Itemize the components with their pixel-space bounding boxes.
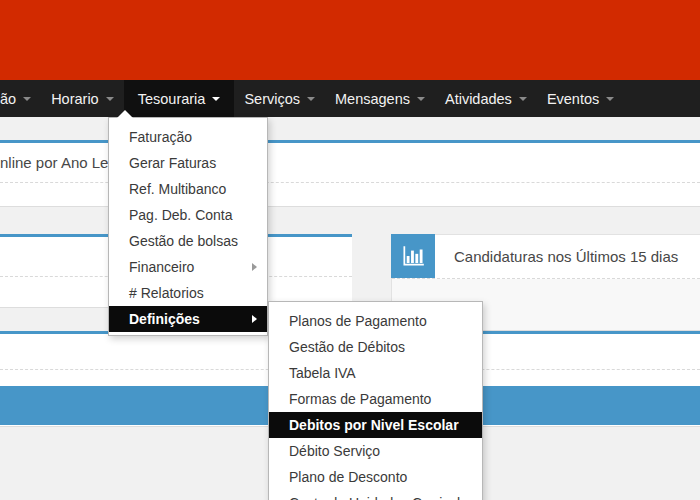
submenu-item-tabela-iva[interactable]: Tabela IVA [269, 360, 482, 386]
panel-title: nline por Ano Let [0, 154, 113, 171]
menu-item-gerar-faturas[interactable]: Gerar Faturas [109, 150, 267, 176]
menu-item-label: Tabela IVA [289, 365, 356, 381]
panel-header: nline por Ano Let [0, 143, 700, 183]
chevron-down-icon [519, 97, 527, 101]
menu-item-label: Debitos por Nivel Escolar [289, 417, 459, 433]
menu-item-label: Financeiro [129, 259, 194, 275]
chevron-down-icon [417, 97, 425, 101]
submenu-item-formas-de-pagamento[interactable]: Formas de Pagamento [269, 386, 482, 412]
nav-item-eventos[interactable]: Eventos [537, 80, 624, 117]
bar-chart-icon [391, 234, 435, 278]
nav-item-label: ão [0, 91, 16, 107]
menu-item-relatorios[interactable]: # Relatorios [109, 280, 267, 306]
menu-item-faturacao[interactable]: Faturação [109, 124, 267, 150]
menu-item-label: Plano de Desconto [289, 469, 407, 485]
nav-item-label: Tesouraria [138, 91, 206, 107]
submenu-item-planos-de-pagamento[interactable]: Planos de Pagamento [269, 308, 482, 334]
nav-item-label: Eventos [547, 91, 599, 107]
definicoes-submenu: Planos de Pagamento Gestão de Débitos Ta… [268, 301, 483, 500]
menu-item-label: Débito Serviço [289, 443, 380, 459]
menu-item-definicoes[interactable]: Definições [109, 306, 267, 332]
nav-item-label: Atividades [445, 91, 512, 107]
nav-item-servicos[interactable]: Serviços [234, 80, 325, 117]
nav-item-tesouraria[interactable]: Tesouraria [124, 80, 235, 117]
nav-item-label: Horario [51, 91, 99, 107]
submenu-item-gestao-de-debitos[interactable]: Gestão de Débitos [269, 334, 482, 360]
chevron-down-icon [23, 97, 31, 101]
main-navbar: ão Horario Tesouraria Serviços Mensagens… [0, 80, 700, 117]
menu-item-label: # Relatorios [129, 285, 204, 301]
chevron-down-icon [212, 97, 220, 101]
submenu-item-custo-de-unidades-curriculares[interactable]: Custo de Unidades Curriculares [269, 490, 482, 500]
menu-item-label: Planos de Pagamento [289, 313, 427, 329]
menu-item-label: Gestão de bolsas [129, 233, 238, 249]
menu-item-label: Custo de Unidades Curriculares [289, 495, 482, 500]
nav-item-mensagens[interactable]: Mensagens [325, 80, 435, 117]
nav-item-label: Serviços [244, 91, 300, 107]
panel-candidaturas-online: nline por Ano Let [0, 140, 700, 207]
nav-item-label: Mensagens [335, 91, 410, 107]
chevron-right-icon [252, 263, 257, 271]
nav-item-gestao[interactable]: ão [0, 80, 41, 117]
menu-item-label: Definições [129, 311, 200, 327]
menu-item-pag-deb-conta[interactable]: Pag. Deb. Conta [109, 202, 267, 228]
chevron-right-icon [252, 315, 257, 323]
app-header [0, 0, 700, 80]
menu-item-label: Faturação [129, 129, 192, 145]
menu-item-financeiro[interactable]: Financeiro [109, 254, 267, 280]
menu-item-ref-multibanco[interactable]: Ref. Multibanco [109, 176, 267, 202]
menu-item-label: Formas de Pagamento [289, 391, 431, 407]
menu-item-label: Gerar Faturas [129, 155, 216, 171]
chevron-down-icon [307, 97, 315, 101]
chevron-down-icon [606, 97, 614, 101]
menu-item-gestao-de-bolsas[interactable]: Gestão de bolsas [109, 228, 267, 254]
submenu-item-debitos-por-nivel-escolar[interactable]: Debitos por Nivel Escolar [269, 412, 482, 438]
nav-item-atividades[interactable]: Atividades [435, 80, 537, 117]
tesouraria-dropdown-menu: Faturação Gerar Faturas Ref. Multibanco … [108, 117, 268, 336]
menu-item-label: Gestão de Débitos [289, 339, 405, 355]
menu-item-label: Pag. Deb. Conta [129, 207, 233, 223]
panel-header: Candidaturas nos Últimos 15 dias [392, 235, 700, 279]
submenu-item-debito-servico[interactable]: Débito Serviço [269, 438, 482, 464]
panel-title: Candidaturas nos Últimos 15 dias [454, 248, 678, 265]
submenu-item-plano-de-desconto[interactable]: Plano de Desconto [269, 464, 482, 490]
chevron-down-icon [106, 97, 114, 101]
menu-item-label: Ref. Multibanco [129, 181, 226, 197]
nav-item-horario[interactable]: Horario [41, 80, 124, 117]
